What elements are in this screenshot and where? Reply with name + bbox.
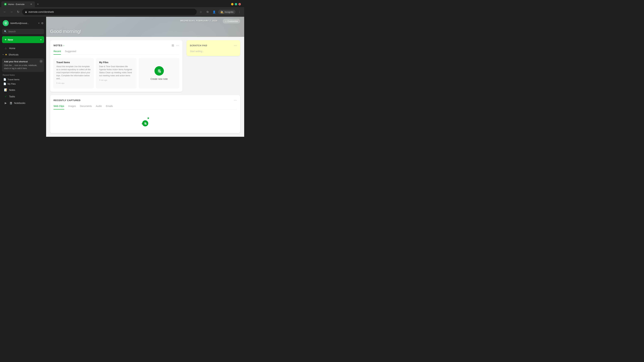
notes-icon: 📝 [4, 88, 8, 91]
customize-icon: ⌂ [225, 20, 226, 22]
sidebar-item-shortcuts[interactable]: ▾ ★ Shortcuts [0, 51, 46, 58]
recent-note-files[interactable]: 📄 My Files [3, 82, 44, 86]
tab-favicon: E [4, 3, 7, 5]
notes-arrow-icon[interactable]: › [64, 44, 64, 47]
sidebar-item-notebooks[interactable]: ▶ 📓 Notebooks [1, 100, 45, 106]
window-close-button[interactable]: ✕ [238, 3, 241, 5]
navigation-bar: ← → ↻ evernote.com/client/web ☆ ⧉ 👤 🕵 In… [0, 7, 244, 17]
window-minimize-button[interactable]: − [231, 3, 234, 5]
note-icon: 📄 [3, 82, 6, 85]
avatar: Q [3, 20, 9, 26]
notes-panel-header: NOTES › ⊞ ⋯ [54, 43, 179, 47]
notes-more-button[interactable]: ⋯ [176, 43, 179, 47]
greeting-text: Good morning! [50, 29, 81, 34]
app-layout: Q 6d44f5c4@mood... ▾ ⚙ 🔍 Search + New ▾ … [0, 17, 244, 137]
tab-emails[interactable]: Emails [106, 105, 113, 109]
menu-button[interactable]: ⋮ [237, 9, 242, 14]
svg-rect-2 [25, 12, 27, 13]
user-section: Q 6d44f5c4@mood... ▾ ⚙ [0, 19, 46, 28]
window-maximize-button[interactable]: □ [235, 3, 237, 5]
forward-button[interactable]: → [9, 9, 14, 14]
extensions-button[interactable]: ⧉ [205, 9, 210, 14]
create-note-label: Create new note [150, 78, 168, 80]
search-icon: 🔍 [4, 30, 7, 33]
lock-icon [25, 11, 27, 13]
incognito-badge: 🕵 Incognito [218, 10, 236, 14]
captured-tabs: Web Clips Images Documents Audio Emails [54, 105, 237, 110]
search-bar[interactable]: 🔍 Search [2, 29, 44, 34]
user-email: 6d44f5c4@mood... [10, 22, 37, 24]
tab-close-button[interactable]: ✕ [30, 3, 32, 5]
star-icon: ★ [5, 53, 7, 56]
new-tab-button[interactable]: + [35, 1, 40, 7]
user-chevron-icon[interactable]: ▾ [38, 22, 40, 24]
customize-button[interactable]: ⌂ Customize [223, 19, 240, 23]
notes-tabs: Recent Suggested [54, 50, 179, 55]
chevron-down-icon: ▾ [3, 54, 4, 55]
tab-documents[interactable]: Documents [80, 105, 92, 109]
notes-title-row: NOTES › [54, 44, 64, 47]
scratch-pad-menu-button[interactable]: ⋯ [234, 43, 237, 47]
sidebar: Q 6d44f5c4@mood... ▾ ⚙ 🔍 Search + New ▾ … [0, 17, 46, 137]
notes-view-button[interactable]: ⊞ [172, 43, 174, 47]
search-label: Search [8, 30, 16, 33]
shortcuts-label: Shortcuts [8, 53, 18, 56]
reload-button[interactable]: ↻ [16, 9, 21, 14]
sidebar-item-tasks[interactable]: ✓ Tasks [1, 93, 45, 99]
content-area: NOTES › ⊞ ⋯ Recent Suggested [46, 37, 244, 95]
note-name: Travel Items [8, 78, 20, 81]
captured-menu-button[interactable]: ⋯ [234, 98, 237, 102]
address-text: evernote.com/client/web [28, 10, 194, 13]
browser-chrome: E Home - Evernote ✕ + − □ ✕ ← → ↻ everno… [0, 0, 244, 17]
date-text: WEDNESDAY, FEBRUARY 7, 2024 [180, 19, 217, 22]
note-card-files[interactable]: My Files Date & Time Goal Attendees Me A… [96, 58, 136, 88]
new-button[interactable]: + New ▾ [2, 36, 44, 43]
scratch-pad-input[interactable]: Start writing... [190, 50, 237, 53]
shortcut-hint-box: ✕ Add your first shortcut Click the ... … [2, 58, 44, 72]
hint-close-button[interactable]: ✕ [40, 60, 43, 63]
sidebar-item-home[interactable]: ⌂ Home [1, 45, 45, 51]
note-card-preview: Date & Time Goal Attendees Me Agenda Not… [99, 65, 134, 77]
tab-suggested[interactable]: Suggested [65, 50, 76, 55]
active-tab[interactable]: E Home - Evernote ✕ [1, 1, 35, 7]
hint-title: Add your first shortcut [4, 60, 42, 63]
recent-note-travel[interactable]: 📄 Travel Items [3, 77, 44, 82]
tasks-icon: ✓ [4, 95, 8, 98]
tab-images[interactable]: Images [68, 105, 76, 109]
note-card-travel[interactable]: Travel Items About this template Use thi… [54, 58, 94, 88]
back-button[interactable]: ← [2, 9, 8, 14]
incognito-icon: 🕵 [220, 10, 224, 13]
scratch-pad: SCRATCH PAD ⋯ Start writing... [186, 40, 240, 56]
main-content: Good morning! WEDNESDAY, FEBRUARY 7, 202… [46, 17, 244, 137]
notes-panel: NOTES › ⊞ ⋯ Recent Suggested [50, 40, 182, 92]
captured-content: ★ ✦ [54, 113, 237, 130]
tab-web-clips[interactable]: Web Clips [54, 105, 64, 109]
notes-section-title: NOTES [54, 44, 62, 47]
tab-title: Home - Evernote [8, 3, 29, 5]
scratch-pad-title: SCRATCH PAD [190, 44, 207, 47]
address-bar[interactable]: evernote.com/client/web [22, 9, 197, 15]
notes-grid: Travel Items About this template Use thi… [54, 58, 179, 88]
notes-panel-actions: ⊞ ⋯ [172, 43, 179, 47]
note-name: My Files [8, 83, 16, 85]
settings-button[interactable]: ⚙ [41, 22, 44, 25]
scratch-pad-header: SCRATCH PAD ⋯ [190, 43, 237, 47]
tasks-nav-label: Tasks [9, 95, 15, 98]
recent-notes-label: Recent Notes [3, 74, 44, 76]
new-button-label: New [8, 38, 39, 41]
note-card-time: 9 min ago [99, 79, 134, 81]
captured-header: RECENTLY CAPTURED ⋯ [54, 98, 237, 102]
create-note-card[interactable]: Create new note [139, 58, 179, 88]
create-note-icon [154, 66, 164, 76]
note-card-title: Travel Items [56, 61, 91, 64]
tab-recent[interactable]: Recent [54, 50, 61, 55]
main-header: Good morning! WEDNESDAY, FEBRUARY 7, 202… [46, 17, 244, 37]
sidebar-item-notes[interactable]: 📝 Notes [1, 87, 45, 93]
incognito-label: Incognito [224, 11, 234, 13]
note-card-time: 8 min ago [56, 82, 91, 84]
bookmark-button[interactable]: ☆ [198, 9, 204, 14]
notebook-book-icon: 📓 [9, 102, 12, 104]
profile-button[interactable]: 👤 [212, 9, 217, 14]
tab-audio[interactable]: Audio [96, 105, 102, 109]
recently-captured-section: RECENTLY CAPTURED ⋯ Web Clips Images Doc… [50, 95, 240, 133]
